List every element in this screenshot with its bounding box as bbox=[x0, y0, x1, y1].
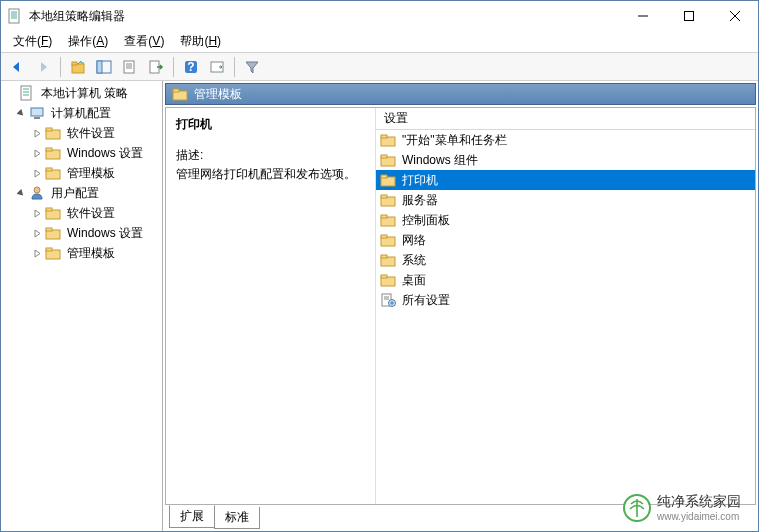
tree-node-admin-templates-user[interactable]: 管理模板 bbox=[1, 243, 162, 263]
svg-rect-28 bbox=[46, 128, 52, 131]
tree-node-software-settings[interactable]: 软件设置 bbox=[1, 123, 162, 143]
folder-icon bbox=[380, 152, 396, 168]
up-button[interactable] bbox=[66, 55, 90, 79]
collapse-icon[interactable] bbox=[15, 187, 27, 199]
folder-icon bbox=[45, 205, 61, 221]
tree-label[interactable]: 本地计算机 策略 bbox=[39, 84, 130, 103]
minimize-button[interactable] bbox=[620, 1, 666, 31]
selected-item-name: 打印机 bbox=[176, 116, 365, 133]
menu-action[interactable]: 操作(A) bbox=[60, 31, 116, 52]
list-row-label: 所有设置 bbox=[402, 292, 450, 309]
list-column-header[interactable]: 设置 bbox=[376, 108, 755, 130]
list-row[interactable]: 桌面 bbox=[376, 270, 755, 290]
tab-extended[interactable]: 扩展 bbox=[169, 505, 215, 528]
tree-node-user-config[interactable]: 用户配置 bbox=[1, 183, 162, 203]
list-row[interactable]: 控制面板 bbox=[376, 210, 755, 230]
folder-icon bbox=[45, 245, 61, 261]
folder-icon bbox=[380, 132, 396, 148]
list-row-label: 控制面板 bbox=[402, 212, 450, 229]
folder-icon bbox=[45, 145, 61, 161]
list-row[interactable]: 网络 bbox=[376, 230, 755, 250]
export-button[interactable] bbox=[144, 55, 168, 79]
collapse-icon[interactable] bbox=[15, 107, 27, 119]
tree-node-admin-templates[interactable]: 管理模板 bbox=[1, 163, 162, 183]
window-frame: 本地组策略编辑器 文件(F) 操作(A) 查看(V) 帮助(H) ? bbox=[0, 0, 759, 532]
expand-icon[interactable] bbox=[31, 127, 43, 139]
content-area: 本地计算机 策略 计算机配置 软件设置 Windows 设置 管理模板 bbox=[1, 81, 758, 531]
expand-icon[interactable] bbox=[31, 247, 43, 259]
description-text: 管理网络打印机配置和发布选项。 bbox=[176, 166, 365, 183]
blank-toggle bbox=[5, 87, 17, 99]
list-row-label: 打印机 bbox=[402, 172, 438, 189]
svg-rect-25 bbox=[31, 108, 43, 116]
expand-icon[interactable] bbox=[31, 207, 43, 219]
list-row[interactable]: 打印机 bbox=[376, 170, 755, 190]
window-controls bbox=[620, 1, 758, 31]
expand-icon[interactable] bbox=[31, 147, 43, 159]
tree-panel[interactable]: 本地计算机 策略 计算机配置 软件设置 Windows 设置 管理模板 bbox=[1, 81, 163, 531]
folder-icon bbox=[45, 225, 61, 241]
menubar: 文件(F) 操作(A) 查看(V) 帮助(H) bbox=[1, 31, 758, 53]
show-hide-tree-button[interactable] bbox=[92, 55, 116, 79]
svg-rect-45 bbox=[381, 155, 387, 158]
list-row-label: 桌面 bbox=[402, 272, 426, 289]
action-button[interactable] bbox=[205, 55, 229, 79]
forward-button[interactable] bbox=[31, 55, 55, 79]
tree-node-windows-settings-user[interactable]: Windows 设置 bbox=[1, 223, 162, 243]
close-button[interactable] bbox=[712, 1, 758, 31]
svg-rect-43 bbox=[381, 135, 387, 138]
list-row[interactable]: "开始"菜单和任务栏 bbox=[376, 130, 755, 150]
tree-label[interactable]: Windows 设置 bbox=[65, 144, 145, 163]
expand-icon[interactable] bbox=[31, 167, 43, 179]
svg-rect-26 bbox=[34, 117, 40, 119]
list-items[interactable]: "开始"菜单和任务栏Windows 组件打印机服务器控制面板网络系统桌面所有设置 bbox=[376, 130, 755, 504]
menu-help[interactable]: 帮助(H) bbox=[172, 31, 229, 52]
tree-label[interactable]: 管理模板 bbox=[65, 164, 117, 183]
toolbar: ? bbox=[1, 53, 758, 81]
right-panel: 管理模板 打印机 描述: 管理网络打印机配置和发布选项。 设置 "开始"菜单和任… bbox=[163, 81, 758, 531]
titlebar: 本地组策略编辑器 bbox=[1, 1, 758, 31]
tree-node-computer-config[interactable]: 计算机配置 bbox=[1, 103, 162, 123]
folder-icon bbox=[380, 232, 396, 248]
svg-rect-37 bbox=[46, 228, 52, 231]
svg-rect-39 bbox=[46, 248, 52, 251]
tree-label[interactable]: 软件设置 bbox=[65, 204, 117, 223]
tree-node-software-settings-user[interactable]: 软件设置 bbox=[1, 203, 162, 223]
policy-icon bbox=[19, 85, 35, 101]
svg-rect-21 bbox=[21, 86, 31, 100]
back-button[interactable] bbox=[5, 55, 29, 79]
tree-label[interactable]: 软件设置 bbox=[65, 124, 117, 143]
maximize-button[interactable] bbox=[666, 1, 712, 31]
list-row-label: "开始"菜单和任务栏 bbox=[402, 132, 507, 149]
tree-node-windows-settings[interactable]: Windows 设置 bbox=[1, 143, 162, 163]
tree-label[interactable]: 用户配置 bbox=[49, 184, 101, 203]
help-button[interactable]: ? bbox=[179, 55, 203, 79]
list-pane: 设置 "开始"菜单和任务栏Windows 组件打印机服务器控制面板网络系统桌面所… bbox=[376, 108, 755, 504]
svg-rect-51 bbox=[381, 215, 387, 218]
description-label: 描述: bbox=[176, 147, 365, 164]
svg-rect-6 bbox=[685, 12, 694, 21]
window-title: 本地组策略编辑器 bbox=[29, 8, 620, 25]
tree-root[interactable]: 本地计算机 策略 bbox=[1, 83, 162, 103]
tree-label[interactable]: 计算机配置 bbox=[49, 104, 113, 123]
user-icon bbox=[29, 185, 45, 201]
tree-label[interactable]: 管理模板 bbox=[65, 244, 117, 263]
list-row[interactable]: Windows 组件 bbox=[376, 150, 755, 170]
expand-icon[interactable] bbox=[31, 227, 43, 239]
view-tabs: 扩展 标准 bbox=[165, 507, 756, 529]
properties-button[interactable] bbox=[118, 55, 142, 79]
folder-icon bbox=[45, 165, 61, 181]
folder-icon bbox=[380, 212, 396, 228]
svg-rect-10 bbox=[72, 62, 77, 65]
tab-standard[interactable]: 标准 bbox=[214, 507, 260, 529]
filter-button[interactable] bbox=[240, 55, 264, 79]
list-row[interactable]: 系统 bbox=[376, 250, 755, 270]
list-row[interactable]: 所有设置 bbox=[376, 290, 755, 310]
right-header-title: 管理模板 bbox=[194, 86, 242, 103]
svg-rect-12 bbox=[97, 61, 102, 73]
tree-label[interactable]: Windows 设置 bbox=[65, 224, 145, 243]
menu-view[interactable]: 查看(V) bbox=[116, 31, 172, 52]
list-row[interactable]: 服务器 bbox=[376, 190, 755, 210]
menu-file[interactable]: 文件(F) bbox=[5, 31, 60, 52]
folder-icon bbox=[45, 125, 61, 141]
